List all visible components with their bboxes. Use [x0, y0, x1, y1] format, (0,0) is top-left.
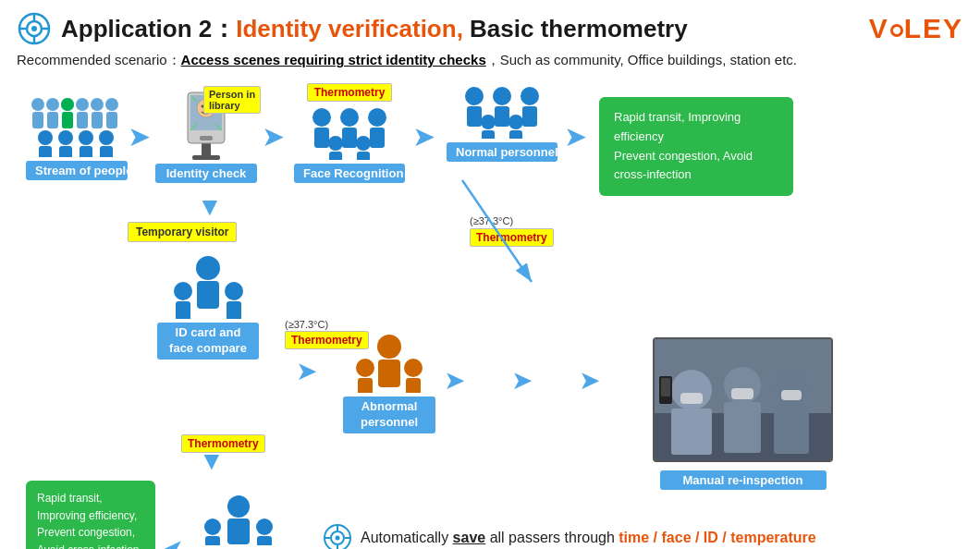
identity-text: Identity verification, [236, 15, 463, 43]
svg-point-53 [493, 87, 511, 105]
scenario-prefix: Recommended scenario： [17, 52, 181, 67]
manual-reinspection-node: Manual re-inspection [653, 467, 833, 490]
svg-rect-60 [509, 130, 522, 139]
target-icon [17, 11, 52, 46]
svg-point-7 [31, 98, 44, 111]
svg-point-51 [465, 87, 484, 105]
thermometry-badge-1: Thermometry [307, 83, 393, 102]
face-recognition-people-icon [308, 104, 391, 160]
svg-point-17 [105, 98, 118, 111]
svg-point-13 [76, 98, 89, 111]
manual-photo [653, 337, 833, 462]
svg-point-78 [225, 282, 243, 300]
svg-rect-93 [257, 536, 272, 545]
svg-rect-75 [197, 281, 219, 309]
summary-prefix: Automatically [361, 530, 453, 545]
summary-middle: all passers through [485, 530, 619, 545]
svg-rect-50 [357, 152, 370, 160]
arrow-right-3: ➤ [579, 365, 600, 396]
arrow-down-id: ▼ [199, 448, 225, 474]
logo: VLEY [869, 13, 963, 44]
svg-point-63 [671, 370, 712, 410]
summary-text: Automatically save all passers through t… [361, 530, 816, 546]
normal-bottom-people-icon [200, 494, 278, 545]
svg-point-90 [204, 518, 221, 535]
scenario-rest: ，Such as community, Office buildings, st… [486, 52, 797, 67]
scenario-highlight: Access scenes requiring strict identity … [181, 52, 486, 67]
app-number: Application 2： [61, 15, 236, 43]
green-box-top-text: Rapid transit, Improving efficiencyPreve… [614, 110, 753, 181]
svg-rect-64 [671, 409, 712, 455]
svg-rect-10 [47, 112, 58, 128]
summary-target-icon [322, 522, 353, 549]
stream-label: Stream of people [26, 161, 128, 180]
manual-label: Manual re-inspection [660, 470, 827, 490]
arrow-4: ➤ [564, 120, 587, 152]
svg-point-74 [196, 256, 220, 280]
svg-rect-26 [80, 146, 92, 157]
svg-point-2 [31, 26, 37, 31]
svg-point-45 [368, 108, 386, 127]
stream-people-icon [29, 88, 126, 157]
svg-rect-52 [467, 106, 482, 127]
svg-point-55 [521, 87, 539, 105]
svg-rect-44 [342, 128, 357, 148]
svg-point-23 [58, 130, 73, 145]
arrow-left-normal-green: ➤ [163, 533, 184, 549]
header-left: Application 2：Identity verification, Bas… [17, 11, 688, 46]
svg-point-25 [79, 130, 93, 145]
svg-rect-54 [495, 106, 509, 127]
basic-text: Basic thermometry [463, 15, 688, 43]
svg-rect-22 [39, 146, 52, 157]
svg-point-21 [38, 130, 53, 145]
svg-point-9 [46, 98, 59, 111]
svg-rect-66 [724, 402, 761, 453]
normal-personnel-top-label: Normal personnel [447, 142, 557, 162]
svg-rect-58 [482, 130, 495, 139]
arrow-down-identity: ▼ [197, 194, 223, 220]
abnormal-label: Abnormalpersonnel [343, 396, 435, 433]
svg-point-41 [312, 108, 331, 127]
svg-point-57 [481, 115, 496, 129]
svg-point-96 [336, 536, 340, 541]
flow-diagram: Stream of people ➤ [17, 79, 963, 531]
svg-point-47 [328, 136, 343, 151]
svg-rect-89 [227, 518, 250, 544]
svg-rect-48 [329, 152, 342, 160]
svg-rect-56 [522, 106, 537, 127]
temporary-visitor-badge: Temporary visitor [128, 222, 237, 242]
svg-rect-77 [176, 301, 190, 319]
stream-node: Stream of people [26, 88, 128, 180]
id-card-label: ID card andface compare [157, 323, 259, 360]
temp-label-1: (≥37.3°C) [285, 319, 328, 330]
svg-line-81 [462, 180, 532, 282]
person-in-library-badge: Person inlibrary [203, 86, 261, 114]
svg-point-59 [508, 115, 523, 129]
face-recognition-node: Thermometry Face Recognition [294, 83, 405, 183]
svg-point-86 [404, 359, 423, 377]
svg-rect-8 [32, 112, 43, 128]
svg-rect-42 [314, 128, 329, 148]
abnormal-people-icon [352, 333, 426, 393]
svg-point-76 [174, 282, 192, 300]
svg-point-84 [356, 359, 374, 377]
diagonal-arrow [453, 171, 545, 291]
arrow-right-abnormal-manual: ➤ [444, 365, 465, 396]
svg-rect-69 [680, 393, 703, 404]
svg-point-92 [256, 518, 273, 535]
svg-rect-87 [406, 378, 421, 393]
summary-area: Automatically save all passers through t… [322, 522, 816, 549]
svg-rect-29 [202, 143, 211, 157]
scenario-line: Recommended scenario：Access scenes requi… [17, 52, 963, 69]
svg-rect-91 [205, 536, 220, 545]
summary-save: save [453, 530, 486, 545]
svg-point-19 [61, 98, 74, 111]
svg-point-43 [340, 108, 359, 127]
svg-rect-24 [59, 146, 72, 157]
svg-rect-14 [77, 112, 88, 128]
normal-personnel-top-node: Normal personnel [447, 83, 557, 162]
header: Application 2：Identity verification, Bas… [17, 11, 963, 46]
svg-rect-83 [378, 360, 400, 387]
svg-rect-79 [227, 301, 241, 319]
arrow-3: ➤ [412, 120, 435, 152]
